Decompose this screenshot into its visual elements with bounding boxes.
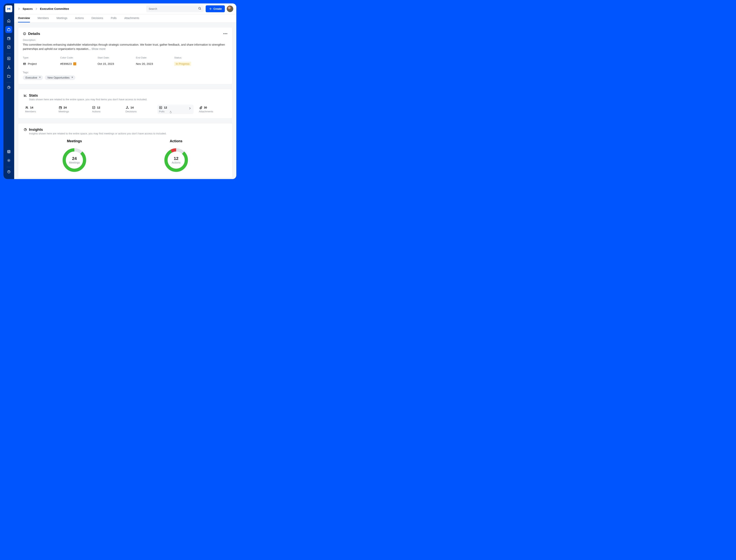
- nav-files[interactable]: [5, 73, 12, 80]
- chevron-right-icon: [17, 7, 21, 11]
- details-card: Details ••• Description: This committee …: [18, 27, 233, 84]
- app-logo[interactable]: [5, 5, 12, 12]
- crumb-spaces[interactable]: Spaces: [23, 7, 33, 10]
- stat-value: 24: [64, 106, 67, 109]
- nav-reports[interactable]: [5, 84, 12, 91]
- details-more-menu[interactable]: •••: [223, 32, 228, 35]
- nav-home[interactable]: [5, 17, 12, 24]
- stat-value: 12: [164, 106, 167, 109]
- stat-label: Decisions: [126, 110, 152, 113]
- check-icon: [92, 106, 95, 109]
- tag-chip[interactable]: Executive: [23, 75, 43, 80]
- details-title: Details: [28, 32, 40, 36]
- stat-decisions[interactable]: 14 Decisions: [124, 105, 154, 114]
- description-text: This committee involves enhancing stakeh…: [23, 43, 228, 51]
- trend-icon: [24, 94, 27, 97]
- nav-spaces[interactable]: [5, 26, 12, 33]
- stat-label: Polls: [159, 110, 188, 113]
- stat-actions[interactable]: 12 Actions: [91, 105, 120, 114]
- stat-meetings[interactable]: 24 Meetings: [57, 105, 87, 114]
- nav-help[interactable]: [5, 168, 12, 175]
- search-box[interactable]: [146, 5, 204, 12]
- insight-meetings-label: Meetings: [69, 161, 80, 164]
- insight-actions: Actions 12 Actions: [163, 139, 190, 174]
- user-avatar[interactable]: [227, 6, 233, 12]
- crumb-current[interactable]: Executive Committee: [40, 7, 69, 10]
- tab-meetings[interactable]: Meetings: [57, 14, 67, 22]
- insights-title: Insights: [29, 127, 43, 132]
- show-more-link[interactable]: Show more: [91, 47, 105, 50]
- stat-attachments[interactable]: 30 Attachments: [198, 105, 227, 114]
- nav-tasks[interactable]: [5, 44, 12, 51]
- type-value-text: Project: [28, 62, 37, 65]
- insight-actions-label: Actions: [172, 161, 181, 164]
- tags-label: Tags:: [23, 71, 228, 74]
- tag-remove-icon[interactable]: [71, 76, 73, 79]
- project-icon: [23, 62, 26, 66]
- calendar-icon: [59, 106, 62, 109]
- insight-actions-value: 12: [174, 156, 179, 161]
- meetings-donut-chart: 24 Meetings: [61, 147, 88, 174]
- end-date-label: End Date:: [136, 56, 172, 59]
- color-swatch: [73, 62, 76, 65]
- insight-meetings-title: Meetings: [67, 139, 82, 143]
- tab-overview[interactable]: Overview: [18, 14, 30, 22]
- nav-calendar[interactable]: [5, 35, 12, 42]
- stat-value: 14: [30, 106, 33, 109]
- tab-attachments[interactable]: Attachments: [124, 14, 139, 22]
- members-icon: [25, 106, 29, 109]
- nav-apps[interactable]: [5, 148, 12, 155]
- nav-settings[interactable]: [5, 157, 12, 164]
- insight-meetings: Meetings 24 Meetings: [61, 139, 88, 174]
- tag-label: Executive: [26, 76, 37, 79]
- color-code-text: #E89623: [60, 62, 72, 65]
- description-label: Description:: [23, 39, 228, 41]
- tag-chip[interactable]: New Opportunities: [45, 75, 75, 80]
- stat-value: 12: [97, 106, 100, 109]
- stat-value: 30: [204, 106, 207, 109]
- actions-donut-chart: 12 Actions: [163, 147, 190, 174]
- nav-analytics[interactable]: [5, 55, 12, 62]
- stat-label: Attachments: [199, 110, 226, 113]
- color-value: #E89623: [60, 62, 96, 66]
- breadcrumb: Spaces Executive Committee: [17, 7, 69, 11]
- create-button[interactable]: Create: [206, 5, 225, 12]
- search-icon: [198, 7, 202, 11]
- status-value: In Progress: [174, 62, 228, 66]
- status-badge: In Progress: [174, 62, 191, 66]
- space-tabs: Overview Members Meetings Actions Decisi…: [14, 14, 236, 23]
- tag-label: New Opportunities: [48, 76, 70, 79]
- tab-polls[interactable]: Polls: [111, 14, 117, 22]
- create-button-label: Create: [213, 7, 222, 10]
- tab-decisions[interactable]: Decisions: [91, 14, 103, 22]
- insights-card: Insights Insights shown here are related…: [18, 123, 233, 178]
- stat-label: Members: [25, 110, 52, 113]
- tag-remove-icon[interactable]: [39, 76, 41, 79]
- left-nav-rail: [3, 3, 14, 179]
- chevron-right-icon: [35, 7, 38, 11]
- nav-decisions[interactable]: [5, 64, 12, 71]
- pie-icon: [24, 128, 27, 131]
- stat-polls[interactable]: 12 Polls: [157, 105, 193, 114]
- top-bar: Spaces Executive Committee Create: [14, 3, 236, 14]
- color-label: Color Code:: [60, 56, 96, 59]
- stat-label: Meetings: [59, 110, 85, 113]
- branch-icon: [126, 106, 129, 109]
- insight-actions-title: Actions: [170, 139, 183, 143]
- stats-card: Stats Stats shown here are related to th…: [18, 89, 233, 118]
- stat-members[interactable]: 14 Members: [24, 105, 53, 114]
- insight-meetings-value: 24: [72, 156, 77, 161]
- chevron-right-icon: [188, 107, 192, 111]
- end-date-value: Nov 20, 2023: [136, 62, 172, 66]
- tab-actions[interactable]: Actions: [75, 14, 84, 22]
- search-input[interactable]: [149, 7, 197, 10]
- type-label: Type:: [23, 56, 58, 59]
- insights-subtitle: Insights shown here are related to the e…: [29, 132, 227, 135]
- tab-members[interactable]: Members: [38, 14, 49, 22]
- info-icon: [23, 32, 26, 35]
- stat-label: Actions: [92, 110, 119, 113]
- nav-separator: [7, 54, 11, 54]
- stat-value: 14: [131, 106, 134, 109]
- stats-title: Stats: [29, 93, 38, 98]
- paperclip-icon: [199, 106, 202, 109]
